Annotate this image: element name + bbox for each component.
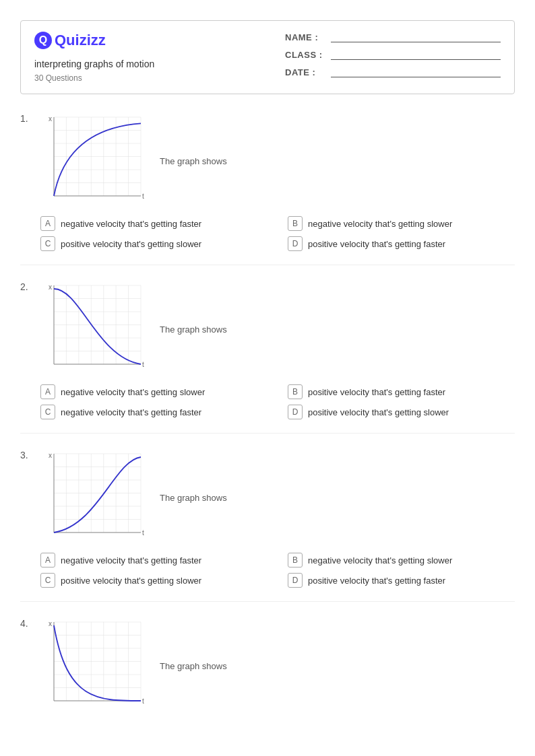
option-letter-3-b: B [288,553,303,568]
question-2: 2. x t The graph showsAnegative velocity… [20,279,515,434]
option-letter-3-c: C [40,573,55,588]
name-line[interactable] [331,32,501,42]
option-text-2-c: negative velocity that's getting faster [61,407,201,417]
option-letter-1-d: D [288,236,303,251]
quiz-subtitle: 30 Questions [34,73,154,83]
graph-4: x t [42,615,146,713]
option-letter-2-b: B [288,384,303,399]
logo-text: Quizizz [55,32,106,49]
svg-text:t: t [142,193,144,200]
header-left: Q Quizizz interpreting graphs of motion … [34,32,154,83]
graph-label-4: The graph shows [160,657,227,671]
date-field-row: DATE : [285,67,501,77]
option-letter-2-c: C [40,405,55,419]
question-number-1: 1. [20,113,34,124]
divider-3 [20,601,515,602]
svg-text:x: x [49,283,52,291]
option-letter-2-d: D [288,405,303,419]
option-text-2-d: positive velocity that's getting slower [308,407,449,417]
option-3-b[interactable]: Bnegative velocity that's getting slower [288,553,515,568]
svg-text:t: t [142,361,144,368]
date-line[interactable] [331,67,501,77]
option-text-3-a: negative velocity that's getting faster [61,555,201,565]
option-text-3-d: positive velocity that's getting faster [308,576,445,586]
option-text-1-a: negative velocity that's getting faster [61,219,201,229]
options-grid-2: Anegative velocity that's getting slower… [40,384,515,419]
options-grid-3: Anegative velocity that's getting faster… [40,553,515,588]
graph-label-2: The graph shows [160,320,227,335]
option-letter-3-d: D [288,573,303,588]
option-2-d[interactable]: Dpositive velocity that's getting slower [288,405,515,419]
graph-area-4: x t The graph shows [42,615,227,713]
option-letter-1-c: C [40,236,55,251]
graph-3: x t [42,447,146,545]
graph-area-1: x t The graph shows [42,110,227,208]
graph-label-3: The graph shows [160,489,227,503]
option-text-1-c: positive velocity that's getting slower [61,239,201,249]
header-right: NAME : CLASS : DATE : [285,32,501,77]
question-number-2: 2. [20,281,34,292]
option-3-c[interactable]: Cpositive velocity that's getting slower [40,573,268,588]
question-header-3: 3. x t The graph shows [20,447,515,545]
svg-text:t: t [142,697,144,705]
quiz-title: interpreting graphs of motion [34,59,154,69]
divider-1 [20,265,515,265]
question-number-4: 4. [20,618,34,629]
option-letter-1-b: B [288,216,303,231]
option-2-c[interactable]: Cnegative velocity that's getting faster [40,405,268,419]
class-line[interactable] [331,49,501,60]
quizizz-logo: Q Quizizz [34,32,154,49]
option-3-d[interactable]: Dpositive velocity that's getting faster [288,573,515,588]
option-letter-2-a: A [40,384,55,399]
date-label: DATE : [285,67,325,77]
question-header-4: 4. x t The graph shows [20,615,515,713]
name-label: NAME : [285,32,325,42]
class-field-row: CLASS : [285,49,501,60]
class-label: CLASS : [285,50,325,60]
option-3-a[interactable]: Anegative velocity that's getting faster [40,553,268,568]
question-number-3: 3. [20,450,34,460]
option-text-2-b: positive velocity that's getting faster [308,387,445,397]
svg-text:x: x [49,620,52,627]
questions-container: 1. x t The graph showsAnegative velocity… [20,110,515,713]
graph-1: x t [42,110,146,208]
option-text-3-c: positive velocity that's getting slower [61,576,201,586]
option-text-1-b: negative velocity that's getting slower [308,219,452,229]
svg-text:x: x [49,115,52,123]
option-1-a[interactable]: Anegative velocity that's getting faster [40,216,268,231]
header-box: Q Quizizz interpreting graphs of motion … [20,20,515,94]
question-4: 4. x t The graph shows [20,615,515,713]
graph-area-2: x t The graph shows [42,279,227,376]
option-letter-1-a: A [40,216,55,231]
option-1-c[interactable]: Cpositive velocity that's getting slower [40,236,268,251]
graph-area-3: x t The graph shows [42,447,227,545]
svg-text:t: t [142,529,144,537]
divider-2 [20,433,515,434]
q-icon: Q [34,32,52,49]
options-grid-1: Anegative velocity that's getting faster… [40,216,515,251]
option-2-a[interactable]: Anegative velocity that's getting slower [40,384,268,399]
svg-text:x: x [49,452,52,459]
question-header-2: 2. x t The graph shows [20,279,515,376]
option-text-2-a: negative velocity that's getting slower [61,387,205,397]
graph-label-1: The graph shows [160,152,227,166]
question-header-1: 1. x t The graph shows [20,110,515,208]
option-1-b[interactable]: Bnegative velocity that's getting slower [288,216,515,231]
name-field-row: NAME : [285,32,501,42]
option-letter-3-a: A [40,553,55,568]
graph-2: x t [42,279,146,376]
question-1: 1. x t The graph showsAnegative velocity… [20,110,515,265]
option-1-d[interactable]: Dpositive velocity that's getting faster [288,236,515,251]
option-2-b[interactable]: Bpositive velocity that's getting faster [288,384,515,399]
option-text-1-d: positive velocity that's getting faster [308,239,445,249]
question-3: 3. x t The graph showsAnegative velocity… [20,447,515,602]
option-text-3-b: negative velocity that's getting slower [308,555,452,565]
